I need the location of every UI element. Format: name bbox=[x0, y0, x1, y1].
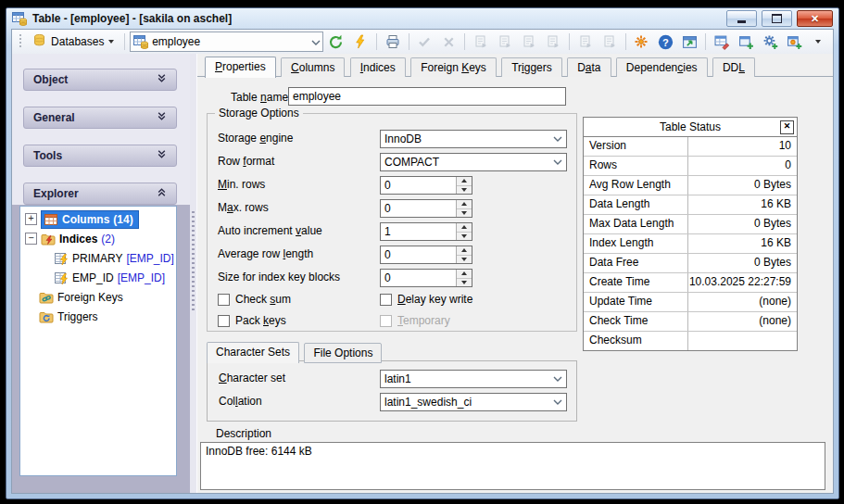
toolbar-grip[interactable] bbox=[19, 34, 21, 49]
databases-dropdown-button[interactable]: Databases bbox=[27, 32, 120, 52]
close-button[interactable]: ✕ bbox=[797, 10, 833, 27]
collapse-icon[interactable]: − bbox=[25, 233, 37, 245]
description-textarea[interactable]: InnoDB free: 6144 kB bbox=[200, 442, 825, 490]
collation-combo[interactable]: latin1_swedish_ci bbox=[380, 393, 567, 411]
spin-up-icon[interactable] bbox=[457, 270, 472, 279]
pack-keys-checkbox-row[interactable]: Pack keys bbox=[218, 314, 286, 327]
add-object-button[interactable] bbox=[735, 32, 757, 52]
tab-properties[interactable]: Properties bbox=[205, 57, 276, 78]
tab-ddl[interactable]: DDL bbox=[712, 57, 755, 77]
title-bar[interactable]: Table - [employee] - [sakila on aschel] … bbox=[6, 8, 838, 29]
sidebar-section-general[interactable]: General bbox=[23, 107, 177, 129]
sidebar-section-tools[interactable]: Tools bbox=[23, 145, 177, 167]
tab-indices[interactable]: Indices bbox=[350, 57, 406, 77]
double-chevron-down-icon bbox=[157, 111, 167, 124]
spin-up-icon[interactable] bbox=[457, 177, 472, 186]
tab-dependencies[interactable]: Dependencies bbox=[616, 57, 708, 77]
chevron-down-icon[interactable] bbox=[549, 136, 566, 142]
tree-item-indices[interactable]: − Indices (2) bbox=[20, 229, 176, 248]
sidebar-section-explorer[interactable]: Explorer bbox=[23, 183, 177, 205]
design-table-button[interactable] bbox=[711, 32, 733, 52]
tab-data[interactable]: Data bbox=[567, 57, 611, 77]
tree-item-emp-id[interactable]: EMP_ID [EMP_ID] bbox=[20, 268, 176, 287]
spin-up-icon[interactable] bbox=[457, 223, 472, 233]
delay-key-write-checkbox[interactable] bbox=[380, 294, 392, 306]
services-button[interactable] bbox=[630, 32, 652, 52]
close-panel-icon[interactable]: ✕ bbox=[780, 120, 794, 134]
table-status-header: Table Status ✕ bbox=[584, 118, 797, 137]
tab-triggers[interactable]: Triggers bbox=[501, 57, 562, 77]
tree-item-badge: (14) bbox=[113, 213, 132, 226]
storage-engine-label: Storage engine bbox=[218, 132, 293, 145]
check-sum-checkbox-row[interactable]: Check sum bbox=[218, 293, 291, 306]
tree-item-triggers[interactable]: Triggers bbox=[20, 307, 176, 326]
chevron-down-icon[interactable] bbox=[549, 376, 566, 382]
tab-columns[interactable]: Columns bbox=[281, 57, 345, 77]
tree-item-foreign-keys[interactable]: Foreign Keys bbox=[20, 287, 176, 307]
tree-item-label: Foreign Keys bbox=[57, 291, 123, 304]
chevron-down-icon[interactable] bbox=[549, 159, 566, 165]
tree-item-badge: [EMP_ID] bbox=[126, 252, 173, 265]
section-tools-label: Tools bbox=[33, 149, 62, 162]
tab-character-sets[interactable]: Character Sets bbox=[207, 342, 299, 363]
help-button[interactable]: ? bbox=[654, 32, 676, 52]
app-window: Table - [employee] - [sakila on aschel] … bbox=[6, 7, 839, 499]
open-in-window-button[interactable] bbox=[678, 32, 700, 52]
body-row: Object General Tools bbox=[12, 54, 833, 493]
pack-keys-label: Pack keys bbox=[235, 314, 286, 327]
object-selector-combo[interactable]: employee bbox=[130, 32, 323, 52]
spin-up-icon[interactable] bbox=[457, 200, 472, 209]
client-area: Databases employee bbox=[11, 29, 834, 494]
selected-node[interactable]: Columns (14) bbox=[41, 210, 139, 229]
maximize-button[interactable] bbox=[762, 10, 792, 27]
sidebar-section-object[interactable]: Object bbox=[23, 69, 177, 91]
table-name-input[interactable]: employee bbox=[288, 87, 566, 106]
avg-row-length-spinner[interactable]: 0 bbox=[380, 246, 472, 264]
main-toolbar: Databases employee bbox=[12, 30, 833, 55]
character-set-combo[interactable]: latin1 bbox=[380, 370, 567, 388]
spin-down-icon[interactable] bbox=[457, 209, 472, 218]
row-format-label: Row format bbox=[218, 155, 274, 169]
tree-item-columns[interactable]: + Columns (14) bbox=[20, 209, 176, 229]
delay-key-write-checkbox-row[interactable]: Delay key write bbox=[380, 293, 472, 306]
sidebar-splitter[interactable] bbox=[190, 54, 196, 493]
spin-down-icon[interactable] bbox=[457, 186, 472, 195]
row-format-combo[interactable]: COMPACT bbox=[380, 153, 567, 171]
max-rows-spinner[interactable]: 0 bbox=[380, 199, 472, 218]
chevron-down-icon[interactable] bbox=[311, 35, 321, 48]
section-general-label: General bbox=[33, 111, 75, 124]
spin-down-icon[interactable] bbox=[457, 256, 472, 264]
execute-lightning-button[interactable] bbox=[349, 32, 372, 52]
status-row: Data Length16 KB bbox=[584, 195, 797, 215]
tab-foreign-keys[interactable]: Foreign Keys bbox=[410, 57, 497, 77]
minimize-button[interactable] bbox=[726, 10, 757, 27]
table-status-title: Table Status bbox=[660, 120, 721, 133]
databases-label: Databases bbox=[51, 35, 104, 48]
double-chevron-down-icon bbox=[157, 73, 167, 86]
min-rows-spinner[interactable]: 0 bbox=[380, 176, 472, 195]
storage-engine-combo[interactable]: InnoDB bbox=[380, 130, 567, 148]
add-object-gear-button[interactable] bbox=[783, 32, 805, 52]
check-sum-checkbox[interactable] bbox=[218, 294, 230, 306]
print-button[interactable] bbox=[382, 32, 404, 52]
tab-file-options[interactable]: File Options bbox=[304, 343, 382, 363]
refresh-button[interactable] bbox=[325, 32, 347, 52]
spin-down-icon[interactable] bbox=[457, 233, 472, 241]
triggers-folder-icon bbox=[39, 309, 54, 324]
toolbar-overflow-button[interactable] bbox=[807, 32, 829, 52]
chevron-down-icon[interactable] bbox=[549, 399, 566, 405]
index-key-block-size-spinner[interactable]: 0 bbox=[380, 269, 472, 287]
spin-down-icon[interactable] bbox=[457, 279, 472, 287]
script-forward-button-3 bbox=[518, 32, 540, 52]
pack-keys-checkbox[interactable] bbox=[218, 315, 230, 327]
auto-increment-spinner[interactable]: 1 bbox=[380, 222, 472, 241]
tree-item-primary[interactable]: PRIMARY [EMP_ID] bbox=[20, 248, 176, 268]
add-gear-button[interactable] bbox=[759, 32, 781, 52]
spin-up-icon[interactable] bbox=[457, 246, 472, 256]
toolbar-separator bbox=[464, 33, 465, 50]
expand-icon[interactable]: + bbox=[25, 213, 37, 225]
status-row: Update Time(none) bbox=[584, 293, 797, 312]
row-format-value: COMPACT bbox=[384, 156, 439, 169]
indices-folder-icon bbox=[41, 232, 56, 246]
explorer-panel: + Columns (14) − bbox=[12, 205, 190, 493]
